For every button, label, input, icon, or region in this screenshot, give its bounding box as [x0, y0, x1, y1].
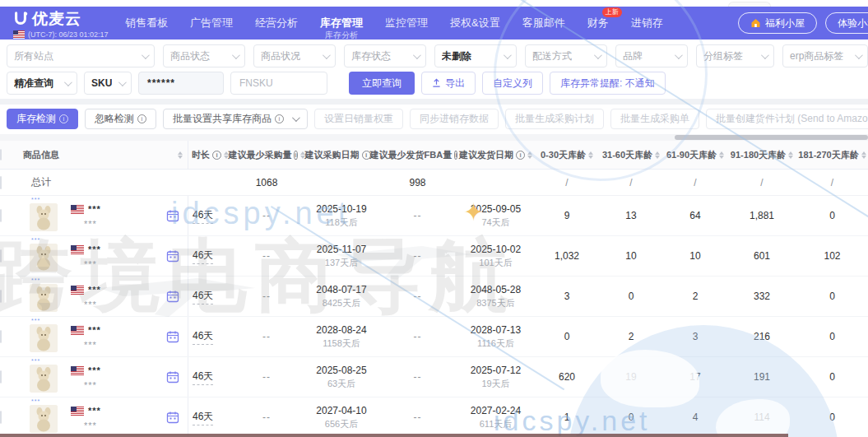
ship-date-cell: 2025-09-0574天后 [457, 202, 535, 228]
table-row: *********46天--2048-07-178425天后--2048-05-… [0, 277, 868, 317]
nav-item-9[interactable]: 进销存 [631, 16, 663, 30]
age-value-5: 0 [796, 371, 868, 383]
filter-select-3[interactable]: 商品状况 [253, 44, 336, 67]
sort-icon[interactable] [655, 151, 660, 159]
calendar-icon[interactable] [166, 411, 179, 424]
nav-item-2[interactable]: 广告管理 [190, 16, 233, 30]
product-title-line: *** [71, 365, 101, 375]
row-checkbox[interactable] [0, 249, 2, 263]
nav-item-3[interactable]: 经营分析 [255, 16, 298, 30]
nav-item-8[interactable]: 财务上新 [587, 16, 609, 30]
sort-icon[interactable] [788, 151, 793, 159]
product-info-cell[interactable]: ********* [23, 317, 188, 356]
row-checkbox[interactable] [0, 330, 2, 343]
sort-icon[interactable] [178, 151, 183, 159]
column-header-1[interactable]: 商品信息 [23, 149, 188, 161]
product-title[interactable]: *** [88, 244, 101, 254]
timezone-clock: (UTC-7): 06/23 01:02:17 [28, 30, 109, 39]
nav-item-5[interactable]: 监控管理 [385, 16, 428, 30]
filter-select-9[interactable]: erp商品标签 [782, 44, 868, 67]
scrollbar-thumb[interactable] [675, 135, 868, 140]
sort-icon[interactable] [527, 151, 532, 159]
age-value-4: 216 [727, 331, 796, 342]
query-row: 精准查询 SKU ****** FNSKU 立即查询 导出 自定义列 库存异常提… [0, 69, 868, 99]
product-info-cell[interactable]: ********* [23, 236, 188, 276]
product-tag: *** [31, 277, 40, 283]
column-header-4[interactable]: 建议采购日期i [304, 149, 378, 161]
column-header-7[interactable]: 0-30天库龄 [535, 149, 599, 161]
filter-select-2[interactable]: 商品状态 [163, 44, 245, 67]
sku-type-select[interactable]: SKU [84, 72, 132, 95]
age-value-2: 19 [599, 371, 663, 383]
select-all-checkbox[interactable] [0, 149, 2, 160]
us-flag-icon [71, 286, 84, 295]
lead-time-cell: 46天 [188, 236, 229, 276]
fnsku-input[interactable]: FNSKU [230, 72, 327, 95]
column-header-5[interactable]: 建议最少发货FBA量i [378, 149, 457, 161]
product-title[interactable]: *** [88, 365, 101, 375]
min-fba-cell: -- [378, 250, 457, 262]
filter-select-6[interactable]: 配送方式 [525, 44, 607, 67]
filter-select-8[interactable]: 分组标签 [696, 44, 774, 67]
product-info-cell[interactable]: ********* [23, 196, 188, 235]
filter-select-7[interactable]: 品牌 [615, 44, 688, 67]
nav-item-4[interactable]: 库存管理库存分析 [320, 16, 363, 30]
purchase-date-note: 63天后 [304, 378, 378, 390]
column-header-3[interactable]: 建议最少采购量i [229, 149, 304, 161]
calendar-icon[interactable] [166, 370, 179, 384]
toolbar-button-1[interactable]: 库存检测i [7, 109, 78, 129]
row-checkbox[interactable] [0, 411, 2, 424]
product-info-cell[interactable]: ********* [23, 357, 188, 397]
product-info-cell[interactable]: ********* [23, 277, 188, 316]
purchase-date-cell: 2027-04-10656天后 [304, 404, 378, 430]
nav-item-1[interactable]: 销售看板 [125, 16, 168, 30]
filter-select-5[interactable]: 未删除 [434, 44, 517, 67]
age-value-3: 4 [663, 411, 727, 423]
calendar-icon[interactable] [166, 249, 179, 263]
sort-icon[interactable] [861, 151, 866, 159]
column-header-2[interactable]: 时长i [188, 141, 229, 169]
toolbar-button-8: 批量创建货件计划 (Send to Amazon) [706, 109, 868, 129]
column-label: 建议最少发货FBA量 [370, 149, 453, 161]
export-button[interactable]: 导出 [421, 72, 476, 95]
column-header-10[interactable]: 91-180天库龄 [727, 149, 796, 161]
sort-icon[interactable] [719, 151, 724, 159]
horizontal-scrollbar[interactable] [0, 134, 868, 141]
calendar-icon[interactable] [166, 209, 179, 222]
precise-query-select[interactable]: 精准查询 [7, 72, 77, 95]
product-title[interactable]: *** [88, 406, 101, 416]
product-tag: *** [31, 237, 40, 243]
chevron-down-icon [855, 51, 863, 59]
product-title[interactable]: *** [88, 204, 101, 214]
row-checkbox[interactable] [0, 290, 2, 303]
sku-input[interactable]: ****** [138, 72, 224, 95]
row-checkbox[interactable] [0, 370, 2, 384]
search-button[interactable]: 立即查询 [349, 72, 415, 95]
nav-item-6[interactable]: 授权&设置 [450, 16, 500, 30]
filter-select-4[interactable]: 库存状态 [344, 44, 426, 67]
inventory-alert-button[interactable]: 库存异常提醒: 不通知 [550, 72, 666, 95]
miniapp-button[interactable]: 体验小程 [825, 12, 868, 34]
filter-select-1[interactable]: 所有站点 [7, 44, 155, 67]
calendar-icon[interactable] [166, 330, 179, 343]
nav-item-7[interactable]: 客服邮件 [522, 16, 565, 30]
welfare-button[interactable]: 福利小屋 [738, 12, 817, 34]
product-title[interactable]: *** [88, 325, 101, 335]
row-checkbox-cell [0, 291, 23, 302]
purchase-date-cell: 2048-07-178425天后 [304, 283, 378, 309]
column-header-8[interactable]: 31-60天库龄 [599, 149, 663, 161]
row-checkbox[interactable] [0, 209, 2, 222]
toolbar-button-3[interactable]: 批量设置共享库存商品i [163, 109, 308, 129]
column-header-11[interactable]: 181-270天库龄 [796, 149, 868, 161]
product-info-cell[interactable]: ********* [23, 397, 188, 437]
ship-date-cell: 2025-07-1219天后 [457, 364, 535, 389]
custom-columns-button[interactable]: 自定义列 [482, 72, 543, 95]
column-header-9[interactable]: 61-90天库龄 [663, 149, 727, 161]
calendar-icon[interactable] [166, 290, 179, 303]
app-title: 优麦云 [32, 8, 81, 30]
chevron-down-icon [761, 51, 769, 59]
product-title[interactable]: *** [88, 285, 101, 295]
column-header-6[interactable]: 建议发货日期i [457, 149, 535, 161]
sort-icon[interactable] [588, 151, 593, 159]
toolbar-button-2[interactable]: 忽略检测i [85, 109, 156, 129]
